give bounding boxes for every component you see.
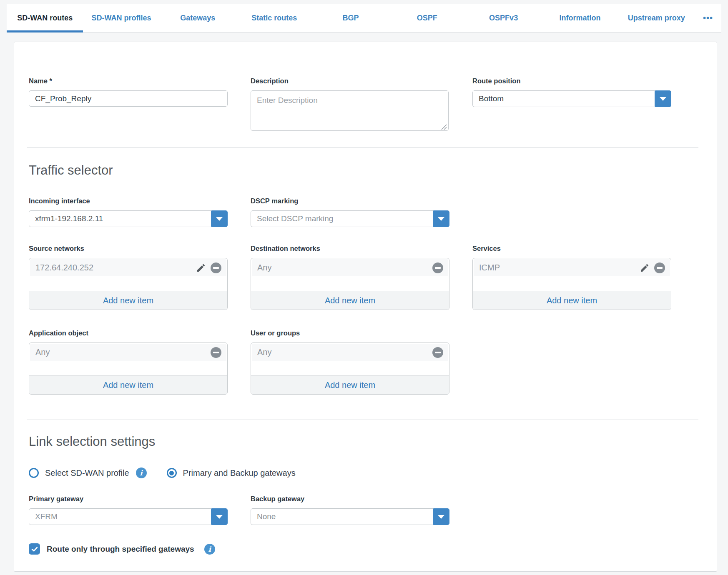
remove-icon[interactable] <box>654 262 665 273</box>
radio-label: Primary and Backup gateways <box>183 468 296 478</box>
checkbox-checked-icon[interactable] <box>29 543 40 555</box>
name-field-group: Name * <box>29 77 228 107</box>
tab-sdwan-routes[interactable]: SD-WAN routes <box>7 4 83 32</box>
dscp-marking-select[interactable]: Select DSCP marking <box>251 210 449 227</box>
backup-gateway-field-group: Backup gateway None <box>251 495 449 525</box>
list-item-value: Any <box>257 263 271 272</box>
tab-information[interactable]: Information <box>542 4 618 32</box>
list-empty-space <box>29 276 227 291</box>
primary-gateway-label: Primary gateway <box>29 495 228 503</box>
tab-ospfv3[interactable]: OSPFv3 <box>465 4 542 32</box>
radio-unselected-icon[interactable] <box>29 468 39 478</box>
source-networks-group: Source networks 172.64.240.252 Add new i… <box>29 245 228 310</box>
tab-label: SD-WAN profiles <box>91 14 151 22</box>
application-object-label: Application object <box>29 329 228 337</box>
resize-grip-icon[interactable] <box>441 124 447 130</box>
chevron-down-icon[interactable] <box>433 508 449 525</box>
source-networks-list: 172.64.240.252 Add new item <box>29 258 228 310</box>
application-object-list: Any Add new item <box>29 342 228 395</box>
tab-gateways[interactable]: Gateways <box>160 4 236 32</box>
route-only-checkbox-row: Route only through specified gateways i <box>29 543 717 555</box>
radio-select-sdwan-profile[interactable]: Select SD-WAN profile <box>29 468 129 478</box>
incoming-interface-field-group: Incoming interface xfrm1-192.168.2.11 <box>29 197 228 227</box>
more-tabs-icon[interactable]: ••• <box>695 4 721 32</box>
radio-primary-and-backup-gateways[interactable]: Primary and Backup gateways <box>167 468 296 478</box>
edit-icon[interactable] <box>640 263 650 273</box>
route-only-checkbox-label: Route only through specified gateways <box>47 545 194 554</box>
list-item-value: Any <box>257 348 271 357</box>
remove-icon[interactable] <box>211 347 221 358</box>
list-item-value: Any <box>35 348 50 357</box>
user-or-groups-label: User or groups <box>251 329 449 337</box>
services-list: ICMP Add new item <box>472 258 671 310</box>
tab-label: SD-WAN routes <box>17 14 73 22</box>
name-label: Name * <box>29 77 228 85</box>
add-new-item-button[interactable]: Add new item <box>251 375 449 394</box>
remove-icon[interactable] <box>211 262 221 273</box>
primary-gateway-value: XFRM <box>35 512 58 521</box>
edit-icon[interactable] <box>196 263 206 273</box>
route-position-select[interactable]: Bottom <box>472 90 671 107</box>
route-position-label: Route position <box>472 77 671 85</box>
add-new-item-button[interactable]: Add new item <box>473 291 671 310</box>
dscp-marking-value: Select DSCP marking <box>257 214 333 223</box>
chevron-down-icon[interactable] <box>655 90 671 107</box>
add-new-item-button[interactable]: Add new item <box>29 375 227 394</box>
chevron-down-icon[interactable] <box>211 508 228 525</box>
list-empty-space <box>29 361 227 375</box>
tab-ospf[interactable]: OSPF <box>389 4 465 32</box>
tab-label: BGP <box>342 14 359 22</box>
services-label: Services <box>472 245 671 252</box>
tab-upstream-proxy[interactable]: Upstream proxy <box>618 4 695 32</box>
application-object-group: Application object Any Add new item <box>29 329 228 395</box>
link-selection-heading: Link selection settings <box>29 434 717 449</box>
section-divider <box>27 420 698 420</box>
section-divider <box>27 148 698 148</box>
list-empty-space <box>473 276 671 291</box>
user-or-groups-list: Any Add new item <box>251 342 449 395</box>
dscp-marking-field-group: DSCP marking Select DSCP marking <box>251 197 449 227</box>
route-position-value: Bottom <box>479 94 504 103</box>
list-empty-space <box>251 276 449 291</box>
services-group: Services ICMP Add new item <box>472 245 671 310</box>
list-empty-space <box>251 361 449 375</box>
description-textarea[interactable] <box>251 90 449 131</box>
incoming-interface-value: xfrm1-192.168.2.11 <box>35 214 103 223</box>
add-new-item-button[interactable]: Add new item <box>251 291 449 310</box>
description-label: Description <box>251 77 449 85</box>
source-networks-label: Source networks <box>29 245 228 252</box>
link-selection-radio-group: Select SD-WAN profile i Primary and Back… <box>29 468 717 478</box>
sdwan-route-form-panel: Name * Description Route position Bottom… <box>14 42 717 572</box>
list-item: Any <box>252 259 448 276</box>
list-item-value: 172.64.240.252 <box>35 263 93 272</box>
tab-label: Information <box>559 14 600 22</box>
info-icon[interactable]: i <box>136 468 147 478</box>
tab-label: Static routes <box>251 14 297 22</box>
info-icon[interactable]: i <box>204 544 215 555</box>
tab-bar: SD-WAN routes SD-WAN profiles Gateways S… <box>7 4 721 32</box>
backup-gateway-select[interactable]: None <box>251 508 449 525</box>
chevron-down-icon[interactable] <box>433 210 449 227</box>
tab-label: Gateways <box>180 14 215 22</box>
backup-gateway-value: None <box>257 512 276 521</box>
chevron-down-icon[interactable] <box>211 210 228 227</box>
list-item: 172.64.240.252 <box>30 259 226 276</box>
list-item: ICMP <box>474 259 670 276</box>
remove-icon[interactable] <box>432 347 443 358</box>
tab-sdwan-profiles[interactable]: SD-WAN profiles <box>83 4 159 32</box>
tab-static-routes[interactable]: Static routes <box>236 4 312 32</box>
description-field-group: Description <box>251 77 449 132</box>
list-item: Any <box>30 344 226 361</box>
radio-label: Select SD-WAN profile <box>45 468 129 478</box>
add-new-item-button[interactable]: Add new item <box>29 291 227 310</box>
radio-selected-icon[interactable] <box>167 468 177 478</box>
active-tab-underline <box>7 30 83 32</box>
name-input[interactable] <box>29 90 228 107</box>
tab-label: OSPFv3 <box>489 14 518 22</box>
remove-icon[interactable] <box>432 262 443 273</box>
tab-bgp[interactable]: BGP <box>312 4 389 32</box>
tab-label: Upstream proxy <box>628 14 685 22</box>
destination-networks-group: Destination networks Any Add new item <box>251 245 449 310</box>
incoming-interface-select[interactable]: xfrm1-192.168.2.11 <box>29 210 228 227</box>
primary-gateway-select[interactable]: XFRM <box>29 508 228 525</box>
